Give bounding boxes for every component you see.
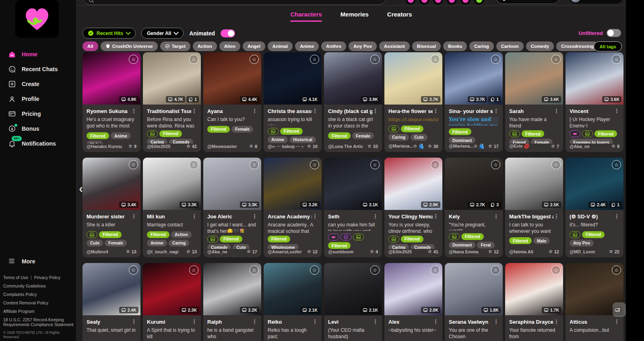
card-author[interactable]: @AmarisLusifer (268, 249, 302, 254)
unfiltered-toggle[interactable] (607, 29, 621, 37)
card-author[interactable]: @Hanako Kurosawa (87, 144, 122, 149)
character-card[interactable]: ☆1.7KSeraphina Drayce⋮Your fiancée retur… (505, 263, 563, 341)
card-menu-button[interactable]: ⋮ (433, 319, 438, 324)
card-author[interactable]: @Evie 💋 (509, 144, 529, 149)
card-author[interactable]: @Meowsaster (207, 144, 237, 149)
character-card[interactable]: ☆3.1KSeth⋮can you make him fall in love … (324, 158, 382, 257)
card-tag[interactable]: Female (352, 132, 374, 139)
card-tag[interactable]: Filtered (594, 130, 617, 137)
card-tag[interactable]: Filtered (220, 236, 242, 242)
card-menu-button[interactable]: ⋮ (252, 319, 257, 324)
card-tag[interactable]: Friend (509, 139, 529, 144)
card-tag[interactable]: Cute (233, 244, 249, 249)
tag-chip[interactable]: Caring (469, 41, 493, 51)
character-card[interactable]: ☆4.7K1Traditionalist Tsundere…⋮Before Ri… (143, 52, 201, 152)
topbar-icon-button[interactable] (405, 0, 417, 6)
tag-chip[interactable]: Anthro (321, 41, 346, 51)
image-chip[interactable] (147, 130, 158, 137)
card-tag[interactable]: Comedy (169, 139, 193, 144)
favorite-star-button[interactable]: ☆ (491, 160, 500, 169)
card-tag[interactable]: Filtered (280, 128, 303, 135)
card-menu-button[interactable]: ⋮ (373, 214, 378, 219)
card-tag[interactable]: Filtered (87, 132, 109, 139)
card-author[interactable]: @Elite2025 (147, 144, 170, 149)
gender-dropdown[interactable]: Gender All (141, 28, 184, 39)
card-tag[interactable]: Male (87, 141, 103, 144)
tag-chip[interactable]: Books (443, 41, 467, 51)
favorite-star-button[interactable]: ☆ (551, 55, 561, 64)
card-menu-button[interactable]: ⋮ (312, 214, 318, 219)
card-author[interactable]: @∞ ··· kakop ··· ∞ (268, 144, 303, 149)
favorite-star-button[interactable]: ☆ (370, 55, 380, 64)
tag-chip[interactable]: Cartoon (496, 41, 524, 51)
character-card[interactable]: ☆3.3KMii kun⋮Marriage contactFilteredAct… (143, 158, 201, 257)
user-account-pill[interactable] (568, 0, 623, 4)
card-tag[interactable]: Comedy (411, 244, 434, 249)
animated-toggle[interactable] (221, 29, 235, 37)
character-card[interactable]: ☆3.2KArcane Academy (A sc…⋮Aracane acade… (264, 158, 322, 257)
card-author[interactable]: @MD_Lover (570, 249, 595, 254)
favorite-star-button[interactable]: ☆ (189, 160, 198, 169)
favorite-star-button[interactable]: ☆ (431, 265, 440, 275)
character-card[interactable]: ☆3.7KHera-the flower seller⋮https://i.im… (384, 52, 442, 152)
card-menu-button[interactable]: ⋮ (614, 214, 619, 219)
character-card[interactable]: ☆3.6KSarah⋮You have made a friendFiltere… (505, 52, 563, 152)
sidebar-item-pricing[interactable]: Pricing (0, 106, 76, 121)
favorite-star-button[interactable]: ☆ (310, 265, 319, 275)
card-tag[interactable]: Caring (169, 240, 189, 247)
tag-chip[interactable]: All (83, 41, 98, 51)
favorite-star-button[interactable]: ☆ (189, 55, 198, 64)
card-tag[interactable]: Female (531, 139, 553, 144)
card-menu-button[interactable]: ⋮ (192, 214, 197, 219)
card-tag[interactable]: Cute (87, 240, 103, 247)
card-menu-button[interactable]: ⋮ (131, 319, 136, 324)
tag-chip[interactable]: Anime (295, 41, 319, 51)
card-tag[interactable]: Feral (477, 242, 494, 249)
character-card[interactable]: ☆3.3KJoe Aleric⋮I get what I want... and… (203, 158, 261, 257)
all-tags-button[interactable]: All tags (594, 41, 622, 51)
card-tag[interactable]: Anime (268, 136, 288, 143)
tag-chip[interactable]: Comedy (526, 41, 554, 51)
character-card[interactable]: ☆2.3KKurumi⋮A Spirit that is trying to k… (143, 263, 201, 341)
tag-chip[interactable]: Animal (268, 41, 293, 51)
card-menu-button[interactable]: ⋮ (192, 319, 197, 324)
character-card[interactable]: ☆4.1KChrista the assassin⋮assassin tryin… (264, 52, 322, 152)
favorite-star-button[interactable]: ☆ (491, 265, 500, 275)
favorite-star-button[interactable]: ☆ (370, 265, 380, 275)
card-tag[interactable]: Filtered (449, 128, 471, 135)
favorite-star-button[interactable]: ☆ (370, 160, 380, 169)
footer-link[interactable]: Terms of Use (3, 275, 28, 280)
card-author[interactable]: @Mariana...☆ 🫂 (388, 144, 424, 149)
card-menu-button[interactable]: ⋮ (554, 108, 559, 113)
favorite-star-button[interactable]: ☆ (612, 55, 621, 64)
image-chip[interactable] (388, 236, 399, 242)
card-menu-button[interactable]: ⋮ (433, 108, 438, 113)
carousel-prev-button[interactable]: ‹ (79, 182, 83, 195)
card-menu-button[interactable]: ⋮ (493, 319, 499, 324)
lips-chip[interactable] (570, 130, 580, 137)
tag-chip[interactable]: Bisexual (412, 41, 441, 51)
targetchip-chip[interactable] (341, 234, 351, 240)
card-menu-button[interactable]: ⋮ (312, 108, 318, 113)
card-menu-button[interactable]: ⋮ (493, 108, 499, 113)
topbar-icon-button[interactable] (459, 0, 471, 6)
tag-chip[interactable]: Crossdressing (556, 41, 599, 51)
sort-dropdown[interactable]: ✓ Recent Hits (83, 28, 136, 39)
footer-link[interactable]: 18 U.S.C. 2257 Record-Keeping Requiremen… (3, 317, 74, 327)
card-tag[interactable]: Filtered (401, 125, 423, 132)
card-tag[interactable]: Filtered (207, 126, 230, 133)
favorite-star-button[interactable]: ☆ (129, 265, 138, 275)
card-menu-button[interactable]: ⋮ (312, 319, 318, 324)
tag-chip[interactable]: CrushOn Universe (101, 41, 158, 51)
topbar-icon-button[interactable] (418, 0, 430, 6)
character-card[interactable]: ☆2.7K3Kely⋮"You're pregnant, right?"Filt… (445, 158, 503, 257)
sidebar-item-home[interactable]: Home (0, 47, 76, 62)
card-tag[interactable]: Filtered (509, 237, 532, 244)
sidebar-item-recent-chats[interactable]: Recent Chats (0, 62, 76, 76)
topbar-icon-button[interactable] (473, 0, 485, 6)
card-tag[interactable]: Historical (289, 136, 316, 143)
character-card[interactable]: ☆2.4KSealy⋮That quiet, smart girl in (83, 263, 140, 341)
tag-chip[interactable]: Alien (219, 41, 240, 51)
footer-link[interactable]: Affiliate Program (3, 309, 74, 314)
card-menu-button[interactable]: ⋮ (433, 214, 438, 219)
